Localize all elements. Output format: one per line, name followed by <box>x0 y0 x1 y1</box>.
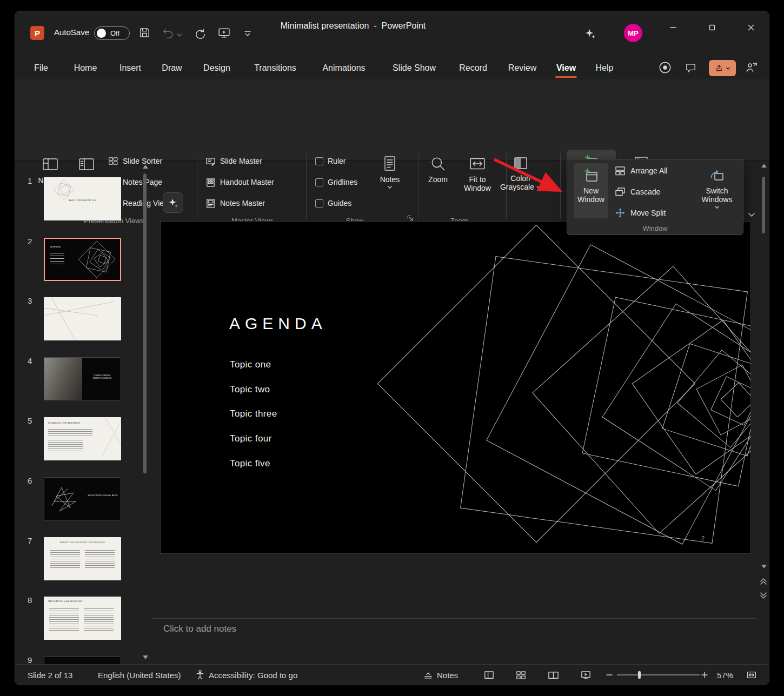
slide-sorter-status-button[interactable] <box>515 665 527 685</box>
slide-canvas[interactable]: AGENDA Topic one Topic two Topic three T… <box>160 221 751 554</box>
gridlines-checkbox[interactable]: Gridlines <box>315 175 357 189</box>
new-window-label: New Window <box>574 186 608 204</box>
scroll-down-arrow[interactable] <box>143 655 148 659</box>
slide-topic[interactable]: Topic two <box>230 384 270 395</box>
powerpoint-window: P AutoSave Off Minimalist presentation -… <box>15 11 769 685</box>
notes-icon <box>382 155 398 172</box>
customize-quick-access-button[interactable] <box>243 29 252 37</box>
tab-animations[interactable]: Animations <box>319 57 368 79</box>
copilot-button[interactable] <box>584 28 596 42</box>
slide-title[interactable]: AGENDA <box>229 314 327 333</box>
zoom-out-button[interactable] <box>606 665 613 685</box>
zoom-slider-thumb[interactable] <box>638 671 641 679</box>
notes-placeholder[interactable]: Click to add notes <box>163 624 236 634</box>
zoom-percent[interactable]: 57% <box>717 665 733 685</box>
undo-button[interactable] <box>162 28 174 39</box>
new-window-button[interactable]: New Window <box>574 163 608 218</box>
tab-record[interactable]: Record <box>456 57 490 79</box>
arrange-all-button[interactable]: Arrange All <box>615 163 694 179</box>
notes-master-button[interactable]: Notes Master <box>205 196 265 210</box>
share-button[interactable] <box>709 60 736 76</box>
scroll-up-arrow[interactable] <box>761 164 767 168</box>
start-slideshow-button[interactable] <box>217 26 231 40</box>
tab-slide-show[interactable]: Slide Show <box>389 57 439 79</box>
thumbnail-slide-3[interactable]: THE POWER OF COMMUNICATION <box>44 297 121 340</box>
notes-splitter[interactable] <box>151 618 757 619</box>
window-title: Minimalist presentation - PowerPoint <box>258 11 448 41</box>
thumbnail-slide-5[interactable]: ENGAGING THE AUDIENCE <box>44 417 121 460</box>
slide-topic[interactable]: Topic five <box>230 458 270 469</box>
tab-help[interactable]: Help <box>593 57 617 79</box>
tab-transitions[interactable]: Transitions <box>251 57 300 79</box>
tab-design[interactable]: Design <box>200 57 234 79</box>
presenter-coach-button[interactable] <box>745 61 758 74</box>
normal-view-icon <box>41 155 59 173</box>
normal-view-status-icon <box>483 670 495 681</box>
annotation-arrow <box>479 149 576 203</box>
toggle-knob-icon <box>97 29 106 38</box>
collapse-ribbon-button[interactable] <box>748 212 755 217</box>
designer-button[interactable] <box>163 192 183 213</box>
notes-master-icon <box>205 198 216 209</box>
close-button[interactable] <box>739 17 763 38</box>
slide-scrollbar-thumb[interactable] <box>762 177 765 233</box>
thumb-text-lines <box>48 429 92 437</box>
language-status[interactable]: English (United States) <box>98 665 181 685</box>
double-chevron-down-icon <box>759 592 768 599</box>
accessibility-icon <box>195 670 205 680</box>
next-slide-button[interactable] <box>759 592 768 599</box>
thumbnail-slide-7[interactable]: EFFECTIVE DELIVERY TECHNIQUES <box>44 537 121 580</box>
scroll-down-arrow[interactable] <box>761 565 767 568</box>
previous-slide-button[interactable] <box>759 578 768 585</box>
tab-home[interactable]: Home <box>71 57 101 79</box>
thumbnail-scrollbar-thumb[interactable] <box>143 173 147 473</box>
zoom-in-button[interactable] <box>701 665 708 685</box>
zoom-slider-track[interactable] <box>617 674 700 675</box>
notes-toggle-button[interactable]: Notes <box>423 665 458 685</box>
guides-checkbox[interactable]: Guides <box>315 196 351 210</box>
minimize-button[interactable] <box>661 17 686 38</box>
reading-view-status-button[interactable] <box>548 665 559 685</box>
thumbnail-slide-2[interactable]: AGENDA <box>44 238 121 281</box>
slide-master-button[interactable]: Slide Master <box>205 154 262 168</box>
slideshow-status-button[interactable] <box>580 665 592 685</box>
slide-number-status[interactable]: Slide 2 of 13 <box>28 665 72 685</box>
tab-draw[interactable]: Draw <box>158 57 185 79</box>
thumbnail-slide-4[interactable]: OVERCOMING NERVOUSNESS <box>44 357 121 400</box>
accessibility-status[interactable]: Accessibility: Good to go <box>195 665 297 685</box>
tab-insert[interactable]: Insert <box>116 57 144 79</box>
thumbnail-number: 7 <box>28 536 32 545</box>
plus-icon <box>701 671 708 679</box>
handout-master-button[interactable]: Handout Master <box>205 175 274 189</box>
group-divider <box>197 153 197 219</box>
tab-review[interactable]: Review <box>505 57 540 79</box>
fit-slide-to-window-button[interactable] <box>746 665 757 685</box>
thumbnail-slide-6[interactable]: SELECTING VISUAL AIDS <box>44 477 121 520</box>
switch-windows-button[interactable]: Switch Windows <box>697 163 737 218</box>
undo-dropdown-chevron-icon[interactable] <box>177 33 182 37</box>
scroll-up-arrow[interactable] <box>143 165 148 169</box>
thumbnail-slide-8[interactable]: NAVIGATING Q&A SESSIONS <box>44 597 121 640</box>
move-split-button[interactable]: Move Split <box>615 205 694 221</box>
tab-view[interactable]: View <box>553 57 579 79</box>
ruler-checkbox[interactable]: Ruler <box>315 154 346 168</box>
normal-view-status-button[interactable] <box>483 665 495 685</box>
maximize-button[interactable] <box>700 17 725 38</box>
comments-button[interactable] <box>685 62 697 74</box>
slide-topic[interactable]: Topic one <box>230 359 271 370</box>
redo-button[interactable] <box>194 27 206 39</box>
tab-file[interactable]: File <box>31 57 51 79</box>
zoom-button[interactable]: Zoom <box>422 151 454 211</box>
account-avatar[interactable]: MP <box>624 24 642 42</box>
thumbnail-row: 2 AGENDA <box>15 237 151 281</box>
notes-ribbon-button[interactable]: Notes <box>374 151 406 211</box>
slide-topic[interactable]: Topic three <box>230 409 277 419</box>
slide-topic[interactable]: Topic four <box>230 433 272 444</box>
slide-sorter-button[interactable]: Slide Sorter <box>108 154 162 168</box>
autosave-toggle[interactable]: Off <box>94 26 130 40</box>
record-button[interactable] <box>658 61 672 75</box>
thumbnail-slide-1[interactable]: BASIC PRESENTATION <box>44 177 121 220</box>
close-icon <box>747 24 755 31</box>
save-button[interactable] <box>138 26 151 39</box>
cascade-button[interactable]: Cascade <box>615 184 694 200</box>
